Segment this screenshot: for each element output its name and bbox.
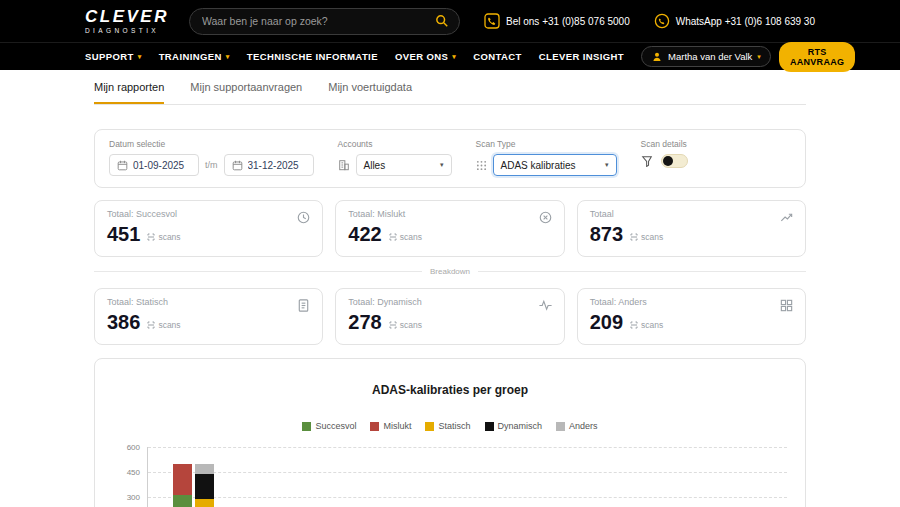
scan-grid-icon [476, 160, 487, 171]
accounts-select[interactable]: Alles ▾ [356, 154, 452, 176]
stat-unit: scans [389, 232, 422, 242]
bar-group [513, 447, 604, 507]
nav-right: Martha van der Valk ▾ RTS AANVRAAG [641, 42, 855, 72]
nav-item-trainingen[interactable]: TRAININGEN ▾ [159, 51, 230, 62]
date-separator: t/m [205, 160, 218, 170]
stat-card-dynamisch: Totaal: Dynamisch 278 scans [335, 288, 564, 345]
stat-card-mislukt: Totaal: Mislukt 422 scans [335, 200, 564, 257]
date-from-field[interactable] [109, 154, 199, 176]
chart-bars [148, 447, 787, 507]
nav-item-over-ons[interactable]: OVER ONS ▾ [395, 51, 456, 62]
nav-item-contact[interactable]: CONTACT [473, 51, 522, 62]
stat-value: 209 [590, 311, 623, 334]
scan-type-select[interactable]: ADAS kalibraties ▾ [493, 154, 617, 176]
y-tick-label: 600 [127, 443, 140, 452]
chart-title: ADAS-kalibraties per groep [113, 383, 787, 397]
logo-subtitle: DIAGNOSTIX [85, 28, 169, 35]
breakdown-divider: Breakdown [94, 267, 806, 276]
stat-label: Totaal [590, 209, 793, 219]
chevron-down-icon: ▾ [440, 161, 444, 169]
nav-label: CONTACT [473, 51, 522, 62]
stat-unit: scans [630, 232, 663, 242]
legend-label: Mislukt [383, 421, 411, 431]
main-nav: SUPPORT ▾ TRAININGEN ▾ TECHNISCHE INFORM… [0, 42, 900, 70]
whatsapp-icon [654, 13, 670, 29]
calendar-icon [232, 160, 243, 171]
stat-card-anders: Totaal: Anders 209 scans [577, 288, 806, 345]
calendar-icon [117, 160, 128, 171]
bar-segment-mislukt[interactable] [173, 464, 192, 496]
stat-unit: scans [389, 320, 422, 330]
nav-item-support[interactable]: SUPPORT ▾ [85, 51, 142, 62]
scan-details-label: Scan details [641, 139, 688, 149]
scan-frame-icon [630, 321, 638, 329]
chevron-down-icon: ▾ [138, 53, 142, 60]
tab-mijn-voertuigdata[interactable]: Mijn voertuigdata [328, 81, 412, 104]
building-icon [338, 159, 350, 171]
date-to-input[interactable] [248, 160, 306, 171]
tab-mijn-supportaanvragen[interactable]: Mijn supportaanvragen [190, 81, 302, 104]
stat-label: Totaal: Anders [590, 297, 793, 307]
legend-swatch [556, 422, 565, 431]
chevron-down-icon: ▾ [605, 161, 609, 169]
legend-item: Anders [556, 421, 598, 431]
scan-frame-icon [630, 233, 638, 241]
legend-label: Dynamisch [498, 421, 543, 431]
stats-row-2: Totaal: Statisch 386 scans Totaal: Dynam… [94, 288, 806, 345]
scan-frame-icon [147, 321, 155, 329]
phone-contact[interactable]: Bel ons +31 (0)85 076 5000 [484, 13, 630, 29]
rts-aanvraag-button[interactable]: RTS AANVRAAG [779, 42, 855, 72]
funnel-icon [641, 155, 653, 167]
chevron-down-icon: ▾ [226, 53, 230, 60]
bar-segment-dynamisch[interactable] [195, 474, 214, 499]
legend-item: Succesvol [302, 421, 356, 431]
search-input[interactable] [202, 15, 435, 27]
report-tabs: Mijn rapporten Mijn supportaanvragen Mij… [94, 70, 806, 105]
scan-type-selected-value: ADAS kalibraties [501, 160, 576, 171]
nav-label: SUPPORT [85, 51, 134, 62]
error-circle-icon [538, 210, 553, 225]
stat-card-totaal: Totaal 873 scans [577, 200, 806, 257]
scan-details-filter: Scan details [641, 139, 688, 168]
chevron-down-icon: ▾ [452, 53, 456, 60]
search-bar[interactable] [189, 8, 460, 35]
stat-unit-label: scans [158, 320, 180, 330]
phone-label: Bel ons +31 (0)85 076 5000 [506, 16, 630, 27]
legend-swatch [370, 422, 379, 431]
date-filter-label: Datum selectie [109, 139, 314, 149]
whatsapp-contact[interactable]: WhatsApp +31 (0)6 108 639 30 [654, 13, 815, 29]
accounts-filter-label: Accounts [338, 139, 452, 149]
bar-segment-succesvol[interactable] [173, 495, 192, 507]
stat-unit-label: scans [641, 232, 663, 242]
search-icon[interactable] [435, 14, 449, 28]
stat-unit-label: scans [641, 320, 663, 330]
stat-unit: scans [147, 232, 180, 242]
top-bar: CLEVER DIAGNOSTIX Bel ons +31 (0)85 076 … [0, 0, 900, 42]
bar-group [696, 447, 787, 507]
toggle-knob [663, 156, 673, 166]
tab-mijn-rapporten[interactable]: Mijn rapporten [94, 81, 164, 104]
nav-item-technische-informatie[interactable]: TECHNISCHE INFORMATIE [247, 51, 378, 62]
scan-type-filter-label: Scan Type [476, 139, 617, 149]
logo[interactable]: CLEVER DIAGNOSTIX [85, 8, 169, 35]
accounts-selected-value: Alles [364, 160, 386, 171]
scan-frame-icon [147, 233, 155, 241]
filter-panel: Datum selectie t/m [94, 129, 806, 188]
stat-label: Totaal: Succesvol [107, 209, 310, 219]
bar-segment-anders[interactable] [195, 464, 214, 474]
phone-icon [484, 13, 500, 29]
stat-value: 451 [107, 223, 140, 246]
stacked-bar-type[interactable] [195, 464, 214, 507]
scan-details-toggle[interactable] [661, 154, 688, 168]
stat-value: 278 [348, 311, 381, 334]
activity-icon [538, 298, 553, 313]
stat-card-statisch: Totaal: Statisch 386 scans [94, 288, 323, 345]
date-to-field[interactable] [224, 154, 314, 176]
bar-segment-statisch[interactable] [195, 499, 214, 507]
nav-item-clever-insight[interactable]: CLEVER INSIGHT [539, 51, 624, 62]
stacked-bar-status[interactable] [173, 464, 192, 507]
user-menu[interactable]: Martha van der Valk ▾ [641, 46, 771, 67]
date-from-input[interactable] [133, 160, 191, 171]
logo-title: CLEVER [85, 8, 169, 25]
legend-label: Succesvol [315, 421, 356, 431]
